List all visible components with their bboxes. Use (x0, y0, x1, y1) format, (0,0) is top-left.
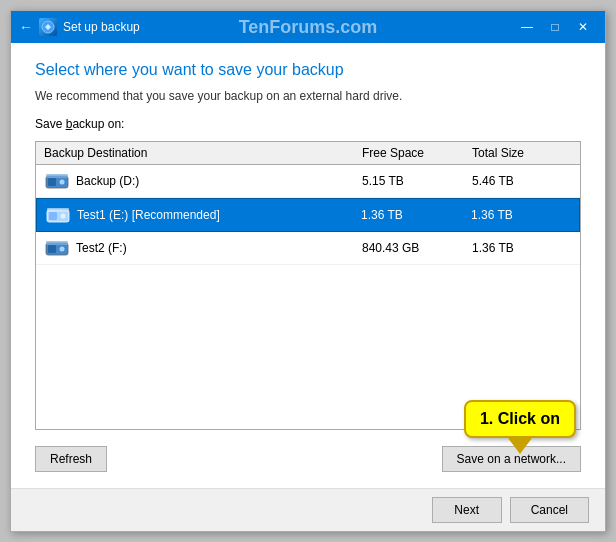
svg-rect-6 (49, 212, 57, 220)
cancel-button[interactable]: Cancel (510, 497, 589, 523)
col-header-destination: Backup Destination (44, 146, 362, 160)
row-name: Test2 (F:) (76, 241, 362, 255)
col-header-totalsize: Total Size (472, 146, 572, 160)
callout-arrow-down (508, 438, 532, 454)
title-text: Set up backup (63, 20, 140, 34)
svg-point-11 (60, 247, 65, 252)
row-name: Backup (D:) (76, 174, 362, 188)
minimize-button[interactable]: — (513, 13, 541, 41)
maximize-button[interactable]: □ (541, 13, 569, 41)
save-backup-label: Save backup on: (35, 117, 581, 131)
refresh-button[interactable]: Refresh (35, 446, 107, 472)
table-header: Backup Destination Free Space Total Size (36, 142, 580, 165)
row-freespace: 840.43 GB (362, 241, 472, 255)
row-disk-icon (44, 238, 76, 258)
row-totalsize: 1.36 TB (471, 208, 571, 222)
svg-point-3 (60, 180, 65, 185)
close-button[interactable]: ✕ (569, 13, 597, 41)
table-body: Backup (D:) 5.15 TB 5.46 TB Test1 (E:) [… (36, 165, 580, 429)
save-backup-underline: b (66, 117, 73, 131)
row-freespace: 5.15 TB (362, 174, 472, 188)
footer: Next Cancel (11, 488, 605, 531)
app-icon (39, 18, 57, 36)
title-bar-left: ← Set up backup (19, 18, 513, 36)
row-freespace: 1.36 TB (361, 208, 471, 222)
svg-rect-10 (48, 245, 56, 253)
next-button[interactable]: Next (432, 497, 502, 523)
row-disk-icon (45, 205, 77, 225)
svg-rect-12 (46, 241, 68, 245)
svg-rect-2 (48, 178, 56, 186)
title-bar: ← Set up backup TenForums.com — □ ✕ (11, 11, 605, 43)
row-name: Test1 (E:) [Recommended] (77, 208, 361, 222)
svg-rect-4 (46, 174, 68, 178)
backup-destination-table: Backup Destination Free Space Total Size… (35, 141, 581, 430)
callout-box: 1. Click on (464, 400, 576, 438)
row-totalsize: 1.36 TB (472, 241, 572, 255)
back-button[interactable]: ← (19, 19, 33, 35)
row-totalsize: 5.46 TB (472, 174, 572, 188)
table-row[interactable]: Test2 (F:) 840.43 GB 1.36 TB (36, 232, 580, 265)
recommendation-text: We recommend that you save your backup o… (35, 89, 581, 103)
svg-rect-8 (47, 208, 69, 212)
callout-wrapper: 1. Click on (464, 400, 576, 454)
page-title: Select where you want to save your backu… (35, 61, 581, 79)
title-bar-controls: — □ ✕ (513, 13, 597, 41)
svg-point-7 (61, 214, 66, 219)
col-header-freespace: Free Space (362, 146, 472, 160)
table-row[interactable]: Backup (D:) 5.15 TB 5.46 TB (36, 165, 580, 198)
table-row[interactable]: Test1 (E:) [Recommended] 1.36 TB 1.36 TB (36, 198, 580, 232)
row-disk-icon (44, 171, 76, 191)
